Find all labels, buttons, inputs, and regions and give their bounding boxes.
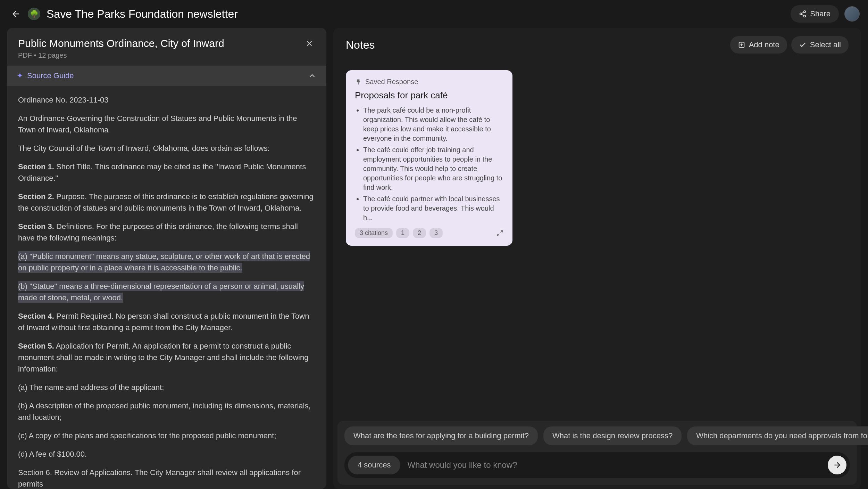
svg-point-1 [800, 13, 802, 15]
notes-panel: Notes Add note Select all Saved Resp [333, 28, 861, 489]
share-button[interactable]: Share [791, 5, 839, 23]
citation-3[interactable]: 3 [429, 228, 443, 238]
add-note-button[interactable]: Add note [730, 36, 787, 54]
share-icon [799, 10, 807, 18]
citation-2[interactable]: 2 [413, 228, 426, 238]
section-5-b: (b) A description of the proposed public… [18, 400, 315, 423]
note-bullet: The café could offer job training and em… [363, 145, 503, 192]
citations-count: 3 citations [355, 228, 393, 238]
suggestion-chip[interactable]: Which departments do you need approvals … [687, 426, 868, 445]
section-5-text: Application for Permit. An application f… [18, 342, 308, 373]
source-meta: PDF • 12 pages [18, 51, 224, 59]
section-2-text: Purpose. The purpose of this ordinance i… [18, 192, 314, 212]
definition-a: (a) "Public monument" means any statue, … [18, 251, 310, 273]
section-5-a: (a) The name and address of the applican… [18, 382, 315, 393]
chat-dock: What are the fees for applying for a bui… [337, 421, 857, 485]
check-icon [799, 41, 807, 49]
note-bullet: The café could partner with local busine… [363, 194, 503, 222]
close-button[interactable] [303, 38, 315, 49]
section-4-label: Section 4. [18, 312, 54, 320]
select-all-label: Select all [810, 40, 841, 49]
document-body: Ordinance No. 2023-11-03 An Ordinance Go… [7, 86, 326, 489]
add-note-icon [738, 41, 745, 49]
note-bullets: The park café could be a non-profit orga… [355, 106, 503, 222]
section-3-text: Definitions. For the purposes of this or… [18, 222, 298, 242]
source-guide-toggle[interactable]: ✦ Source Guide [7, 66, 326, 86]
note-card[interactable]: Saved Response Proposals for park café T… [346, 70, 512, 246]
add-note-label: Add note [749, 40, 779, 49]
expand-button[interactable] [496, 230, 503, 237]
section-4-text: Permit Required. No person shall constru… [18, 312, 309, 332]
svg-point-0 [804, 11, 806, 13]
definition-b: (b) "Statue" means a three-dimensional r… [18, 281, 304, 303]
section-6-partial: Section 6. Review of Applications. The C… [18, 467, 315, 489]
chevron-up-icon [308, 71, 317, 80]
section-1-label: Section 1. [18, 162, 54, 171]
source-title: Public Monuments Ordinance, City of Inwa… [18, 38, 224, 49]
arrow-right-icon [833, 461, 842, 470]
section-5-c: (c) A copy of the plans and specificatio… [18, 430, 315, 441]
sparkle-icon: ✦ [17, 71, 23, 80]
source-guide-label: Source Guide [27, 71, 74, 80]
suggestion-chip[interactable]: What is the design review process? [543, 426, 682, 445]
section-5-d: (d) A fee of $100.00. [18, 448, 315, 460]
send-button[interactable] [828, 456, 846, 474]
suggestion-chip[interactable]: What are the fees for applying for a bui… [344, 426, 538, 445]
document-icon: 🌳 [28, 8, 40, 20]
svg-point-2 [804, 15, 806, 17]
share-label: Share [810, 9, 831, 18]
ordinance-intro: An Ordinance Governing the Construction … [18, 113, 315, 136]
section-1-text: Short Title. This ordinance may be cited… [18, 162, 306, 182]
citation-1[interactable]: 1 [396, 228, 409, 238]
document-title: Save The Parks Foundation newsletter [47, 8, 791, 21]
select-all-button[interactable]: Select all [791, 36, 849, 54]
note-title: Proposals for park café [355, 90, 503, 101]
back-button[interactable] [8, 6, 24, 22]
avatar[interactable] [844, 6, 860, 22]
section-2-label: Section 2. [18, 192, 54, 201]
section-5-label: Section 5. [18, 342, 54, 350]
notes-title: Notes [346, 39, 375, 51]
saved-response-label: Saved Response [365, 78, 418, 86]
council-statement: The City Council of the Town of Inward, … [18, 142, 315, 154]
ordinance-number: Ordinance No. 2023-11-03 [18, 94, 315, 106]
note-bullet: The park café could be a non-profit orga… [363, 106, 503, 143]
sources-pill[interactable]: 4 sources [348, 456, 400, 474]
close-icon [305, 39, 314, 48]
source-panel: Public Monuments Ordinance, City of Inwa… [7, 28, 326, 489]
section-3-label: Section 3. [18, 222, 54, 231]
chat-input[interactable] [404, 457, 828, 473]
pin-icon [355, 79, 362, 85]
